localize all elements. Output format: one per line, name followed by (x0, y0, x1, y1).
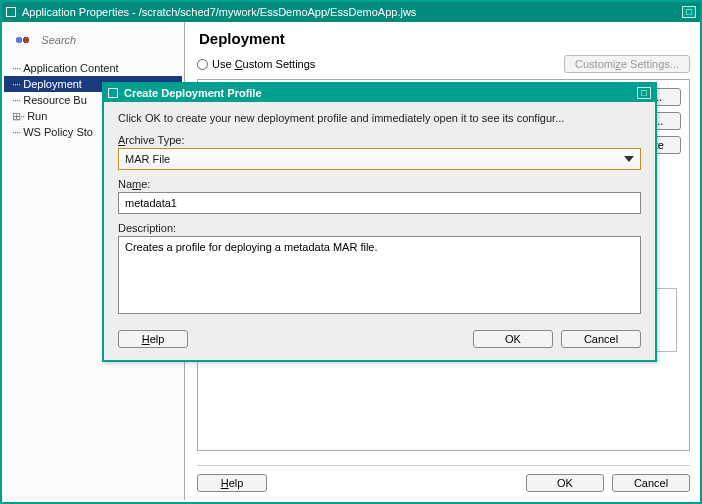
search-row (8, 28, 178, 52)
tree-label: Run (27, 110, 47, 122)
name-label: Name: (118, 178, 641, 190)
tree-label: Deployment (23, 78, 82, 90)
dropdown-value: MAR File (125, 153, 170, 165)
description-label: Description: (118, 222, 641, 234)
main-button-bar: Help Help OK Cancel (197, 465, 690, 492)
help-button[interactable]: Help (197, 474, 267, 492)
dialog-title: Create Deployment Profile (124, 87, 635, 99)
app-icon (6, 7, 16, 17)
name-input[interactable] (118, 192, 641, 214)
archive-type-label: Archive Type: (118, 134, 641, 146)
tree-item-app-content[interactable]: ····Application Content (4, 60, 182, 76)
page-title: Deployment (199, 30, 690, 47)
search-input[interactable] (35, 31, 172, 49)
tree-label: Resource Bu (23, 94, 87, 106)
window-titlebar: Application Properties - /scratch/sched7… (2, 2, 700, 22)
dialog-max-icon[interactable]: □ (637, 87, 651, 99)
archive-type-dropdown[interactable]: MAR File (118, 148, 641, 170)
dialog-body: Click OK to create your new deployment p… (104, 102, 655, 360)
description-textarea: Creates a profile for deploying a metada… (118, 236, 641, 314)
cancel-button[interactable]: Cancel (612, 474, 690, 492)
tree-label: WS Policy Sto (23, 126, 93, 138)
dialog-message: Click OK to create your new deployment p… (118, 112, 641, 124)
dialog-titlebar: Create Deployment Profile □ (104, 84, 655, 102)
chevron-down-icon (622, 152, 636, 166)
window-title: Application Properties - /scratch/sched7… (22, 6, 680, 18)
create-profile-dialog: Create Deployment Profile □ Click OK to … (102, 82, 657, 362)
dialog-cancel-button[interactable]: Cancel (561, 330, 641, 348)
radio-icon (197, 59, 208, 70)
use-custom-radio[interactable]: Use Custom Settings Use Custom Settings (197, 58, 315, 70)
dialog-button-row: Help Help OK Cancel (118, 330, 641, 348)
tree-label: Application Content (23, 62, 118, 74)
ok-button[interactable]: OK (526, 474, 604, 492)
svg-marker-0 (624, 156, 634, 162)
dialog-ok-button[interactable]: OK (473, 330, 553, 348)
binoculars-icon (14, 34, 29, 46)
radio-label: Use Custom Settings (212, 58, 315, 70)
customize-settings-button[interactable]: Customize Settings... (564, 55, 690, 73)
maximize-icon[interactable]: □ (682, 6, 696, 18)
dialog-help-button[interactable]: Help (118, 330, 188, 348)
app-window: Application Properties - /scratch/sched7… (0, 0, 702, 504)
dialog-icon (108, 88, 118, 98)
settings-row: Use Custom Settings Use Custom Settings … (197, 55, 690, 73)
